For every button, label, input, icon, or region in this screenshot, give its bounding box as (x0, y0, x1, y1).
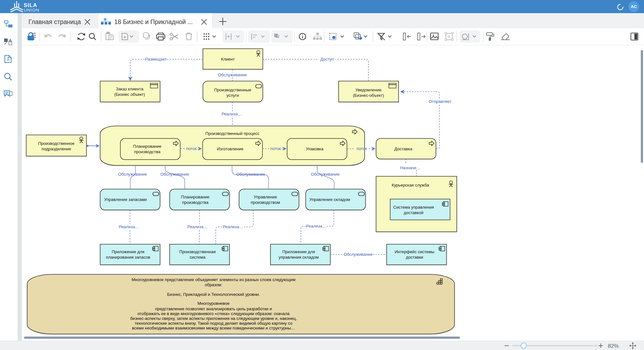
svg-text:UNION: UNION (24, 8, 39, 13)
svg-text:Реализа…: Реализа… (187, 224, 208, 229)
svg-text:Многоуровневое: Многоуровневое (197, 301, 229, 306)
svg-text:производства: производства (134, 149, 161, 154)
svg-text:бизнес-аспекты сверху, затем а: бизнес-аспекты сверху, затем аспекты при… (130, 316, 297, 321)
svg-text:Производственный процесс: Производственный процесс (205, 131, 260, 136)
svg-text:Размещает: Размещает (145, 57, 167, 62)
svg-text:Планирование: Планирование (181, 195, 210, 199)
svg-text:управления складом: управления складом (278, 255, 318, 260)
svg-text:Приложение для: Приложение для (112, 249, 144, 254)
svg-text:Интерфейс системы: Интерфейс системы (395, 249, 434, 254)
svg-text:производства: производства (182, 200, 209, 205)
svg-text:Реализа…: Реализа… (223, 224, 243, 229)
svg-text:Клиент: Клиент (221, 57, 235, 62)
svg-text:Обслуживание: Обслуживание (118, 172, 147, 177)
svg-text:Обслуживание: Обслуживание (344, 252, 373, 257)
svg-text:82%: 82% (608, 343, 619, 349)
svg-text:Обслуживание: Обслуживание (236, 172, 265, 177)
svg-text:Управление складом: Управление складом (310, 197, 350, 202)
svg-text:Уведомление: Уведомление (355, 88, 381, 92)
svg-text:доставки: доставки (406, 255, 423, 260)
svg-text:Производственное: Производственное (38, 141, 75, 146)
svg-text:Главная страница: Главная страница (28, 18, 81, 25)
svg-text:A: A (448, 34, 451, 39)
svg-text:Отправляет: Отправляет (429, 99, 452, 104)
svg-text:Доставка: Доставка (394, 146, 413, 151)
svg-text:Реализа…: Реализа… (221, 112, 242, 116)
svg-text:Бизнес, Прикладной и Технологи: Бизнес, Прикладной и Технологический уро… (167, 292, 260, 297)
svg-text:(Бизнес-объект): (Бизнес-объект) (353, 93, 384, 98)
svg-text:SILA: SILA (24, 2, 37, 8)
svg-text:планирования запасов: планирования запасов (106, 255, 150, 260)
svg-text:поток: поток (357, 146, 367, 151)
svg-text:Обслуживание: Обслуживание (160, 172, 189, 177)
svg-text:представление позволяет анализ: представление позволяет анализировать це… (155, 306, 272, 311)
svg-text:AC: AC (631, 4, 637, 9)
svg-text:Производственная: Производственная (179, 249, 215, 254)
svg-text:Доступ: Доступ (320, 57, 334, 62)
svg-text:производством: производством (251, 200, 280, 205)
svg-text:поток: поток (186, 146, 197, 151)
svg-text:Производственные: Производственные (214, 88, 251, 92)
svg-text:Обслуживание: Обслуживание (311, 172, 340, 177)
svg-text:Система управления: Система управления (393, 205, 434, 210)
svg-text:Реализа…: Реализа… (306, 224, 326, 229)
svg-text:(Бизнес объект): (Бизнес объект) (114, 92, 145, 97)
svg-text:Обслуживание: Обслуживание (218, 72, 247, 77)
svg-text:всеми необходимыми взаимосвязя: всеми необходимыми взаимосвязями между в… (132, 326, 295, 330)
svg-text:Упаковка: Упаковка (306, 146, 324, 151)
svg-text:Многоуровневое представление о: Многоуровневое представление объединяет … (132, 277, 295, 282)
svg-text:Заказ клиента: Заказ клиента (116, 87, 144, 91)
svg-text:подразделение: подразделение (42, 146, 71, 151)
svg-text:Реализа…: Реализа… (119, 224, 139, 229)
svg-text:доставкой: доставкой (404, 210, 423, 215)
svg-text:услуги: услуги (227, 93, 239, 98)
svg-text:отображать ее в виде многоуров: отображать ее в виде многоуровневого «ст… (137, 311, 290, 316)
svg-text:Назначе…: Назначе… (400, 165, 421, 170)
svg-text:Управление запасами: Управление запасами (104, 197, 147, 202)
svg-text:система: система (189, 255, 205, 260)
svg-text:Изготовление: Изготовление (217, 146, 244, 151)
svg-text:Приложение для: Приложение для (282, 249, 315, 254)
svg-text:образом:: образом: (205, 282, 222, 287)
svg-text:Курьерская служба: Курьерская служба (392, 183, 429, 188)
svg-text:18 Бизнес и Прикладной ...: 18 Бизнес и Прикладной ... (114, 18, 193, 25)
svg-text:Планирование: Планирование (133, 144, 162, 149)
svg-text:Управление: Управление (254, 195, 277, 199)
svg-text:технологические аспекты внизу.: технологические аспекты внизу. Такой под… (134, 321, 292, 326)
svg-text:поток: поток (270, 146, 281, 151)
